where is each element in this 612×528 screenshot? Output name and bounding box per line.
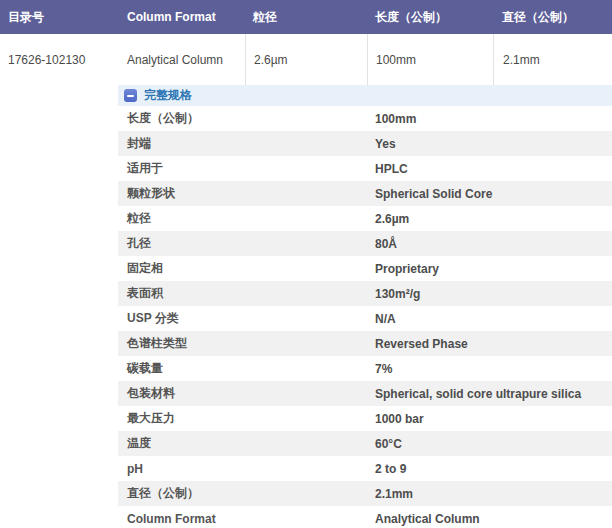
spec-value: Yes (375, 137, 612, 151)
spec-label: 粒径 (118, 210, 375, 227)
spec-label: 孔径 (118, 235, 375, 252)
spec-value: Proprietary (375, 262, 612, 276)
spec-value: 2 to 9 (375, 462, 612, 476)
spec-row: 固定相 Proprietary (118, 256, 612, 281)
cell-particle-size: 2.6µm (245, 34, 367, 85)
spec-label: 适用于 (118, 160, 375, 177)
spec-value: 2.1mm (375, 487, 612, 501)
spec-label: 最大压力 (118, 410, 375, 427)
spec-row: 直径（公制） 2.1mm (118, 481, 612, 506)
column-header-catalog-number: 目录号 (0, 0, 118, 34)
spec-row: 碳载量 7% (118, 356, 612, 381)
spec-row: 表面积 130m²/g (118, 281, 612, 306)
collapse-minus-icon[interactable] (124, 89, 137, 102)
specs-list: 长度（公制） 100mm 封端 Yes 适用于 HPLC 颗粒形状 Spheri… (118, 106, 612, 528)
cell-diameter-metric: 2.1mm (493, 34, 612, 85)
spec-label: 表面积 (118, 285, 375, 302)
spec-value: 1000 bar (375, 412, 612, 426)
spec-value: 100mm (375, 112, 612, 126)
spec-label: pH (118, 462, 375, 476)
spec-label: 温度 (118, 435, 375, 452)
spec-label: 碳载量 (118, 360, 375, 377)
spec-value: 80Å (375, 237, 612, 251)
spec-label: 色谱柱类型 (118, 335, 375, 352)
table-row: 17626-102130 Analytical Column 2.6µm 100… (0, 34, 612, 85)
spec-row: 适用于 HPLC (118, 156, 612, 181)
product-spec-page: 目录号 Column Format 粒径 长度（公制） 直径（公制） 17626… (0, 0, 612, 528)
spec-row: 包装材料 Spherical, solid core ultrapure sil… (118, 381, 612, 406)
column-header-length-metric: 长度（公制） (367, 0, 493, 34)
spec-row: 色谱柱类型 Reversed Phase (118, 331, 612, 356)
spec-value: HPLC (375, 162, 612, 176)
spec-label: USP 分类 (118, 310, 375, 327)
spec-row: 最大压力 1000 bar (118, 406, 612, 431)
spec-label: Column Format (118, 512, 375, 526)
spec-label: 封端 (118, 135, 375, 152)
full-specs-section: 完整规格 长度（公制） 100mm 封端 Yes 适用于 HPLC 颗粒形状 S… (118, 85, 612, 528)
spec-label: 颗粒形状 (118, 185, 375, 202)
column-header-particle-size: 粒径 (245, 0, 367, 34)
spec-label: 直径（公制） (118, 485, 375, 502)
cell-catalog-number: 17626-102130 (0, 34, 118, 85)
spec-row: 封端 Yes (118, 131, 612, 156)
spec-value: 130m²/g (375, 287, 612, 301)
spec-row: USP 分类 N/A (118, 306, 612, 331)
spec-row: 颗粒形状 Spherical Solid Core (118, 181, 612, 206)
spec-row: 孔径 80Å (118, 231, 612, 256)
spec-value: 60°C (375, 437, 612, 451)
spec-value: Spherical Solid Core (375, 187, 612, 201)
spec-row: 长度（公制） 100mm (118, 106, 612, 131)
column-header-column-format: Column Format (118, 0, 245, 34)
cell-length-metric: 100mm (367, 34, 493, 85)
full-specs-toggle[interactable]: 完整规格 (118, 85, 612, 106)
spec-row: 温度 60°C (118, 431, 612, 456)
spec-label: 长度（公制） (118, 110, 375, 127)
cell-column-format: Analytical Column (118, 34, 245, 85)
spec-value: N/A (375, 312, 612, 326)
spec-row: 粒径 2.6µm (118, 206, 612, 231)
spec-label: 固定相 (118, 260, 375, 277)
spec-label: 包装材料 (118, 385, 375, 402)
spec-row: Column Format Analytical Column (118, 506, 612, 528)
spec-value: Analytical Column (375, 512, 612, 526)
spec-value: Reversed Phase (375, 337, 612, 351)
spec-value: 7% (375, 362, 612, 376)
spec-value: Spherical, solid core ultrapure silica (375, 387, 612, 401)
spec-value: 2.6µm (375, 212, 612, 226)
column-header-diameter-metric: 直径（公制） (493, 0, 612, 34)
full-specs-label[interactable]: 完整规格 (144, 87, 192, 104)
spec-row: pH 2 to 9 (118, 456, 612, 481)
table-header: 目录号 Column Format 粒径 长度（公制） 直径（公制） (0, 0, 612, 34)
